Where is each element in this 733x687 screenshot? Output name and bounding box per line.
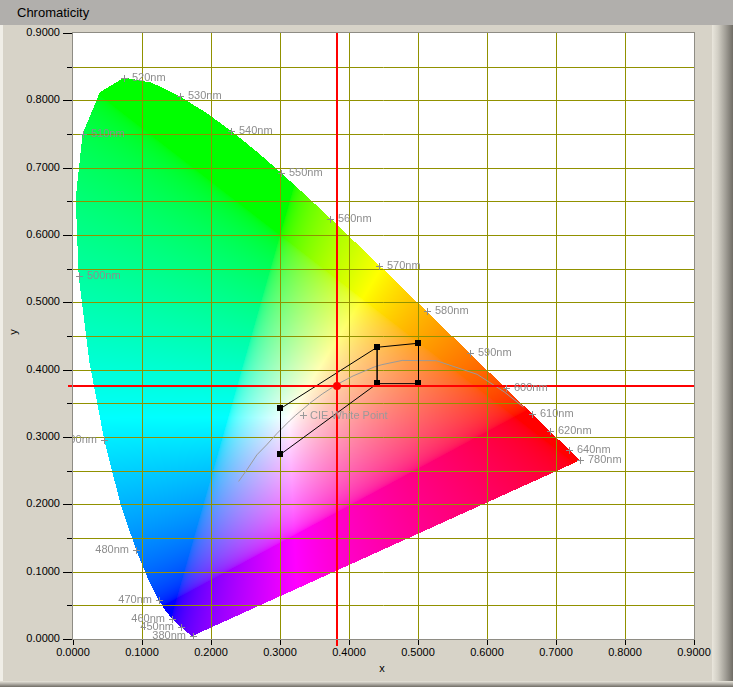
x-tick-label: 0.6000 bbox=[457, 646, 517, 659]
x-axis-title: x bbox=[374, 662, 390, 674]
y-tick-mark bbox=[63, 639, 72, 640]
y-axis-title: y bbox=[7, 329, 19, 335]
x-tick-label: 0.3000 bbox=[250, 646, 310, 659]
plot-area bbox=[72, 32, 695, 640]
y-tick-label: 0.0000 bbox=[2, 632, 60, 645]
y-tick-label: 0.8000 bbox=[2, 93, 60, 106]
window-title: Chromaticity bbox=[17, 5, 89, 20]
y-tick-mark bbox=[63, 504, 72, 505]
y-tick-mark bbox=[63, 437, 72, 438]
y-tick-label: 0.6000 bbox=[2, 228, 60, 241]
y-tick-label: 0.3000 bbox=[2, 430, 60, 443]
x-tick-label: 0.7000 bbox=[526, 646, 586, 659]
window-right-edge bbox=[712, 25, 733, 687]
y-tick-mark bbox=[63, 33, 72, 34]
y-tick-mark bbox=[63, 302, 72, 303]
x-tick-label: 0.4000 bbox=[319, 646, 379, 659]
y-tick-mark bbox=[63, 168, 72, 169]
y-tick-mark bbox=[63, 370, 72, 371]
y-tick-label: 0.4000 bbox=[2, 363, 60, 376]
x-tick-label: 0.8000 bbox=[595, 646, 655, 659]
x-tick-label: 0.1000 bbox=[112, 646, 172, 659]
chromaticity-diagram-canvas[interactable] bbox=[73, 33, 694, 639]
y-tick-label: 0.7000 bbox=[2, 161, 60, 174]
window-left-edge bbox=[0, 25, 3, 687]
y-tick-mark bbox=[63, 572, 72, 573]
y-tick-label: 0.5000 bbox=[2, 295, 60, 308]
y-tick-label: 0.1000 bbox=[2, 565, 60, 578]
crosshair-x-axis-tick bbox=[336, 639, 338, 646]
window-bottom-edge bbox=[0, 681, 733, 687]
chromaticity-window: Chromaticity y x 0.90000.80000.70000.600… bbox=[0, 0, 733, 687]
x-tick-label: 0.2000 bbox=[181, 646, 241, 659]
x-tick-label: 0.0000 bbox=[43, 646, 103, 659]
y-tick-label: 0.2000 bbox=[2, 497, 60, 510]
y-tick-mark bbox=[63, 100, 72, 101]
y-tick-label: 0.9000 bbox=[2, 26, 60, 39]
window-titlebar[interactable]: Chromaticity bbox=[0, 0, 733, 25]
y-tick-mark bbox=[63, 235, 72, 236]
x-tick-label: 0.5000 bbox=[388, 646, 448, 659]
